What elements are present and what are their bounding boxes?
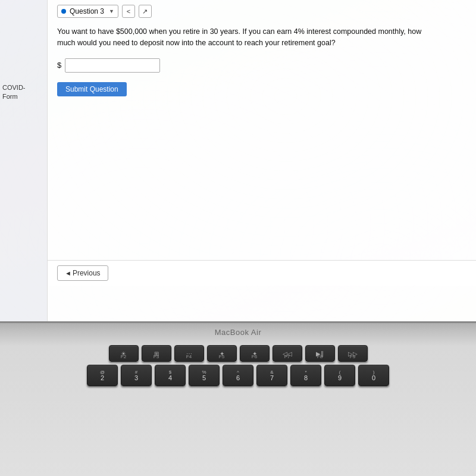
- key-f3[interactable]: ⊞ F3: [142, 345, 171, 362]
- sidebar: COVID- Form: [0, 0, 48, 321]
- key-9[interactable]: ( 9: [324, 365, 355, 386]
- chevron-down-icon: ▼: [109, 8, 114, 14]
- prev-nav-button[interactable]: <: [122, 5, 135, 18]
- next-nav-button[interactable]: ↗: [139, 5, 152, 18]
- key-2[interactable]: @ 2: [87, 365, 118, 386]
- bottom-navigation: ◄ Previous: [48, 260, 476, 286]
- key-8[interactable]: * 8: [290, 365, 321, 386]
- left-arrow-icon: ◄: [65, 270, 71, 277]
- macbook-bezel: MacBook Air ☀ F2 ⊞ F3 ⋯ F4 ✦ F5 ✦ F6: [0, 321, 476, 476]
- key-f2[interactable]: ☀ F2: [109, 345, 139, 362]
- key-f7[interactable]: ◁◁ F7: [273, 345, 302, 362]
- previous-label: Previous: [73, 269, 101, 277]
- key-6[interactable]: ^ 6: [223, 365, 253, 386]
- key-f4[interactable]: ⋯ F4: [174, 345, 204, 362]
- question-dot-indicator: [61, 9, 66, 14]
- submit-question-button[interactable]: Submit Question: [57, 82, 127, 96]
- key-f9[interactable]: ▷▷ F9: [338, 345, 368, 362]
- keyboard: ☀ F2 ⊞ F3 ⋯ F4 ✦ F5 ✦ F6 ◁◁ F7: [0, 339, 476, 476]
- answer-row: $: [57, 58, 466, 73]
- previous-button[interactable]: ◄ Previous: [57, 265, 108, 281]
- key-4[interactable]: $ 4: [155, 365, 186, 386]
- top-bar: Question 3 ▼ < ↗: [57, 5, 466, 18]
- fn-key-row: ☀ F2 ⊞ F3 ⋯ F4 ✦ F5 ✦ F6 ◁◁ F7: [12, 345, 464, 362]
- cursor-icon: ↗: [142, 8, 148, 15]
- key-f8[interactable]: ▶‖ F8: [305, 345, 335, 362]
- currency-symbol: $: [57, 61, 61, 70]
- key-0[interactable]: ) 0: [358, 365, 389, 386]
- key-7[interactable]: & 7: [256, 365, 287, 386]
- number-key-row: @ 2 # 3 $ 4 % 5 ^ 6 & 7: [12, 365, 464, 386]
- screen: COVID- Form Question 3 ▼ < ↗ You want to…: [0, 0, 476, 321]
- sidebar-text: COVID- Form: [2, 83, 44, 102]
- key-3[interactable]: # 3: [121, 365, 152, 386]
- key-5[interactable]: % 5: [189, 365, 220, 386]
- question-selector-label: Question 3: [70, 7, 104, 15]
- answer-input[interactable]: [65, 58, 160, 73]
- key-f5[interactable]: ✦ F5: [207, 345, 237, 362]
- key-f6[interactable]: ✦ F6: [240, 345, 270, 362]
- question-text: You want to have $500,000 when you retir…: [57, 26, 438, 49]
- question-selector[interactable]: Question 3 ▼: [57, 5, 118, 18]
- macbook-label: MacBook Air: [0, 323, 476, 337]
